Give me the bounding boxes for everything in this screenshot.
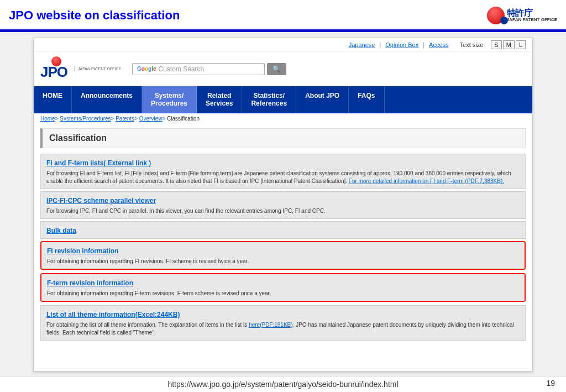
breadcrumb-home[interactable]: Home: [40, 116, 55, 122]
theme-list-detail-link[interactable]: here(PDF:191KB): [249, 322, 292, 328]
text-size-l[interactable]: L: [516, 40, 526, 49]
nav-announcements[interactable]: Announcements: [72, 86, 142, 113]
nav-faqs[interactable]: FAQs: [349, 86, 384, 113]
text-size-buttons: S M L: [491, 40, 526, 49]
search-box[interactable]: Google Custom Search: [132, 63, 265, 75]
breadcrumb-overview[interactable]: Overview: [139, 116, 163, 122]
website-header: JPO JAPAN PATENT OFFICE Google Custom Se…: [34, 52, 532, 86]
jpo-site-logo: JPO JAPAN PATENT OFFICE: [40, 56, 121, 81]
fterm-revision-desc: For obtaining information regarding F-te…: [47, 290, 519, 297]
nav-home[interactable]: HOME: [34, 86, 72, 113]
footer-url: https://www.jpo.go.jp/e/system/patent/ga…: [167, 380, 398, 389]
breadcrumb-current: Classification: [167, 116, 200, 122]
theme-list-desc: For obtaining the list of all theme info…: [46, 321, 520, 337]
text-size-m[interactable]: M: [503, 40, 515, 49]
fterm-revision-link[interactable]: F-term revision information: [47, 279, 133, 287]
fi-fterm-desc: For browsing FI and F-term list. FI [Fil…: [46, 170, 520, 185]
page-title-box: Classification: [40, 128, 526, 148]
fi-revision-desc: For obtaining information regarding FI r…: [47, 258, 519, 265]
fterm-revision-highlighted: F-term revision information For obtainin…: [40, 273, 526, 302]
text-size-label: Text size: [460, 41, 484, 48]
slide-number: 19: [546, 379, 555, 388]
opinion-box-link[interactable]: Opinion Box: [385, 41, 418, 48]
search-area: Google Custom Search 🔍: [132, 63, 526, 75]
website-mock: Japanese | Opinion Box | Access Text siz…: [33, 38, 533, 372]
page-title: Classification: [49, 133, 518, 143]
fi-fterm-link[interactable]: FI and F-term lists( External link ): [46, 159, 151, 167]
breadcrumb-patents[interactable]: Patents: [116, 116, 134, 122]
theme-list-section: List of all theme information(Excel:244K…: [40, 305, 526, 341]
slide-title: JPO website on classification: [9, 8, 180, 23]
header-logo-right: 特許庁 JAPAN PATENT OFFICE: [487, 7, 557, 24]
theme-list-link[interactable]: List of all theme information(Excel:244K…: [46, 311, 180, 318]
fi-fterm-detail-link[interactable]: For more detailed information on FI and …: [349, 178, 504, 184]
ipc-fi-cpc-desc: For browsing IPC, FI and CPC in parallel…: [46, 207, 520, 215]
bulk-data-link[interactable]: Bulk data: [46, 227, 76, 234]
topbar-links: Japanese | Opinion Box | Access Text siz…: [349, 40, 526, 49]
japanese-link[interactable]: Japanese: [349, 41, 375, 48]
fi-revision-link[interactable]: FI revision information: [47, 247, 118, 255]
breadcrumb-systems[interactable]: Systems/Procedures: [60, 116, 111, 122]
nav-about[interactable]: About JPO: [296, 86, 349, 113]
breadcrumb: Home> Systems/Procedures> Patents> Overv…: [34, 113, 532, 124]
nav-systems[interactable]: Systems/Procedures: [142, 86, 197, 113]
ipc-fi-cpc-section: IPC-FI-CPC scheme parallel viewer For br…: [40, 191, 526, 219]
fi-fterm-section: FI and F-term lists( External link ) For…: [40, 154, 526, 189]
nav-statistics[interactable]: Statistics/References: [242, 86, 296, 113]
search-placeholder: Custom Search: [159, 65, 205, 73]
access-link[interactable]: Access: [429, 41, 448, 48]
text-size-s[interactable]: S: [491, 40, 501, 49]
slide-header: JPO website on classification 特許庁 JAPAN …: [0, 0, 566, 30]
fi-revision-section: FI revision information For obtaining in…: [41, 242, 525, 269]
website-nav: HOME Announcements Systems/Procedures Re…: [34, 86, 532, 113]
fi-revision-highlighted: FI revision information For obtaining in…: [40, 241, 526, 270]
page-content: Classification FI and F-term lists( Exte…: [34, 124, 532, 372]
bulk-data-section: Bulk data: [40, 221, 526, 239]
slide-footer: https://www.jpo.go.jp/e/system/patent/ga…: [0, 376, 566, 392]
slide-body: Japanese | Opinion Box | Access Text siz…: [0, 32, 566, 377]
search-button[interactable]: 🔍: [267, 63, 286, 75]
nav-related[interactable]: RelatedServices: [197, 86, 242, 113]
fterm-revision-section: F-term revision information For obtainin…: [41, 274, 525, 301]
website-topbar: Japanese | Opinion Box | Access Text siz…: [34, 38, 532, 52]
ipc-fi-cpc-link[interactable]: IPC-FI-CPC scheme parallel viewer: [46, 197, 156, 205]
